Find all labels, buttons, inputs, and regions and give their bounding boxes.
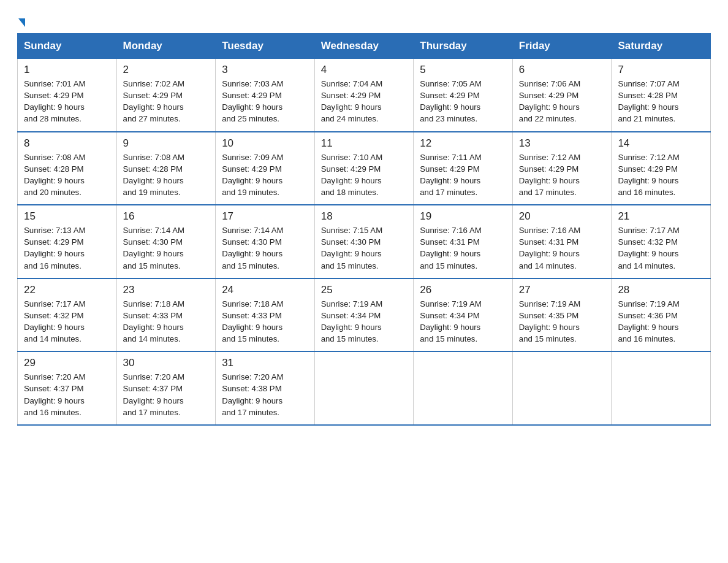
day-number: 15	[24, 210, 110, 223]
day-header-sunday: Sunday	[18, 34, 117, 59]
day-info: Sunrise: 7:01 AMSunset: 4:29 PMDaylight:…	[24, 78, 110, 125]
day-number: 22	[24, 284, 110, 296]
page: SundayMondayTuesdayWednesdayThursdayFrid…	[0, 0, 728, 438]
day-info: Sunrise: 7:19 AMSunset: 4:35 PMDaylight:…	[519, 298, 605, 345]
calendar-cell: 14 Sunrise: 7:12 AMSunset: 4:29 PMDaylig…	[612, 132, 711, 205]
day-header-wednesday: Wednesday	[314, 34, 414, 59]
calendar-cell: 30 Sunrise: 7:20 AMSunset: 4:37 PMDaylig…	[116, 351, 216, 425]
day-number: 17	[222, 210, 308, 223]
day-info: Sunrise: 7:16 AMSunset: 4:31 PMDaylight:…	[519, 224, 605, 272]
calendar-cell: 2 Sunrise: 7:02 AMSunset: 4:29 PMDayligh…	[116, 59, 216, 132]
calendar-cell: 25 Sunrise: 7:19 AMSunset: 4:34 PMDaylig…	[314, 278, 414, 352]
day-number: 1	[24, 64, 110, 76]
day-info: Sunrise: 7:07 AMSunset: 4:28 PMDaylight:…	[618, 78, 704, 125]
day-info: Sunrise: 7:10 AMSunset: 4:29 PMDaylight:…	[321, 151, 408, 199]
day-info: Sunrise: 7:08 AMSunset: 4:28 PMDaylight:…	[123, 151, 210, 199]
day-info: Sunrise: 7:19 AMSunset: 4:34 PMDaylight:…	[420, 298, 506, 345]
calendar-cell: 27 Sunrise: 7:19 AMSunset: 4:35 PMDaylig…	[512, 278, 612, 352]
day-number: 11	[321, 137, 408, 150]
day-number: 19	[420, 210, 506, 223]
day-number: 14	[618, 137, 704, 150]
day-number: 2	[123, 64, 210, 76]
day-info: Sunrise: 7:15 AMSunset: 4:30 PMDaylight:…	[321, 224, 408, 272]
day-info: Sunrise: 7:18 AMSunset: 4:33 PMDaylight:…	[123, 298, 210, 345]
calendar-cell: 21 Sunrise: 7:17 AMSunset: 4:32 PMDaylig…	[612, 205, 711, 278]
calendar-cell: 26 Sunrise: 7:19 AMSunset: 4:34 PMDaylig…	[414, 278, 513, 352]
day-number: 26	[420, 284, 506, 296]
day-header-monday: Monday	[116, 34, 216, 59]
calendar-cell: 17 Sunrise: 7:14 AMSunset: 4:30 PMDaylig…	[216, 205, 315, 278]
day-info: Sunrise: 7:16 AMSunset: 4:31 PMDaylight:…	[420, 224, 506, 272]
day-number: 25	[321, 284, 408, 296]
calendar-week-2: 8 Sunrise: 7:08 AMSunset: 4:28 PMDayligh…	[18, 132, 711, 205]
logo	[17, 15, 25, 27]
day-info: Sunrise: 7:20 AMSunset: 4:37 PMDaylight:…	[123, 371, 210, 418]
calendar-cell: 22 Sunrise: 7:17 AMSunset: 4:32 PMDaylig…	[18, 278, 117, 352]
day-number: 5	[420, 64, 506, 76]
day-number: 24	[222, 284, 308, 296]
calendar-cell: 28 Sunrise: 7:19 AMSunset: 4:36 PMDaylig…	[612, 278, 711, 352]
day-number: 29	[24, 357, 110, 369]
day-info: Sunrise: 7:11 AMSunset: 4:29 PMDaylight:…	[420, 151, 506, 199]
day-info: Sunrise: 7:08 AMSunset: 4:28 PMDaylight:…	[24, 151, 110, 199]
calendar-cell: 19 Sunrise: 7:16 AMSunset: 4:31 PMDaylig…	[414, 205, 513, 278]
day-number: 27	[519, 284, 605, 296]
day-number: 12	[420, 137, 506, 150]
calendar-cell	[314, 351, 414, 425]
day-header-saturday: Saturday	[612, 34, 711, 59]
day-info: Sunrise: 7:17 AMSunset: 4:32 PMDaylight:…	[24, 298, 110, 345]
calendar-week-3: 15 Sunrise: 7:13 AMSunset: 4:29 PMDaylig…	[18, 205, 711, 278]
day-info: Sunrise: 7:13 AMSunset: 4:29 PMDaylight:…	[24, 224, 110, 272]
day-info: Sunrise: 7:20 AMSunset: 4:37 PMDaylight:…	[24, 371, 110, 418]
calendar-cell: 3 Sunrise: 7:03 AMSunset: 4:29 PMDayligh…	[216, 59, 315, 132]
calendar-cell: 29 Sunrise: 7:20 AMSunset: 4:37 PMDaylig…	[18, 351, 117, 425]
day-number: 28	[618, 284, 704, 296]
calendar-cell: 11 Sunrise: 7:10 AMSunset: 4:29 PMDaylig…	[314, 132, 414, 205]
day-number: 7	[618, 64, 704, 76]
day-info: Sunrise: 7:18 AMSunset: 4:33 PMDaylight:…	[222, 298, 308, 345]
calendar-body: 1 Sunrise: 7:01 AMSunset: 4:29 PMDayligh…	[18, 59, 711, 425]
day-number: 6	[519, 64, 605, 76]
day-number: 30	[123, 357, 210, 369]
calendar-week-1: 1 Sunrise: 7:01 AMSunset: 4:29 PMDayligh…	[18, 59, 711, 132]
calendar-week-4: 22 Sunrise: 7:17 AMSunset: 4:32 PMDaylig…	[18, 278, 711, 352]
calendar-cell: 12 Sunrise: 7:11 AMSunset: 4:29 PMDaylig…	[414, 132, 513, 205]
day-number: 9	[123, 137, 210, 150]
calendar-cell: 16 Sunrise: 7:14 AMSunset: 4:30 PMDaylig…	[116, 205, 216, 278]
calendar-cell	[612, 351, 711, 425]
day-header-tuesday: Tuesday	[216, 34, 315, 59]
calendar-cell	[414, 351, 513, 425]
calendar-cell: 20 Sunrise: 7:16 AMSunset: 4:31 PMDaylig…	[512, 205, 612, 278]
calendar-cell: 5 Sunrise: 7:05 AMSunset: 4:29 PMDayligh…	[414, 59, 513, 132]
day-number: 10	[222, 137, 308, 150]
calendar-cell: 15 Sunrise: 7:13 AMSunset: 4:29 PMDaylig…	[18, 205, 117, 278]
calendar-cell: 8 Sunrise: 7:08 AMSunset: 4:28 PMDayligh…	[18, 132, 117, 205]
calendar-table: SundayMondayTuesdayWednesdayThursdayFrid…	[17, 33, 711, 426]
day-number: 23	[123, 284, 210, 296]
calendar-cell: 23 Sunrise: 7:18 AMSunset: 4:33 PMDaylig…	[116, 278, 216, 352]
day-number: 4	[321, 64, 408, 76]
calendar-cell: 31 Sunrise: 7:20 AMSunset: 4:38 PMDaylig…	[216, 351, 315, 425]
day-info: Sunrise: 7:03 AMSunset: 4:29 PMDaylight:…	[222, 78, 308, 125]
day-info: Sunrise: 7:06 AMSunset: 4:29 PMDaylight:…	[519, 78, 605, 125]
calendar-cell: 13 Sunrise: 7:12 AMSunset: 4:29 PMDaylig…	[512, 132, 612, 205]
day-info: Sunrise: 7:12 AMSunset: 4:29 PMDaylight:…	[519, 151, 605, 199]
day-info: Sunrise: 7:02 AMSunset: 4:29 PMDaylight:…	[123, 78, 210, 125]
day-info: Sunrise: 7:19 AMSunset: 4:34 PMDaylight:…	[321, 298, 408, 345]
day-number: 16	[123, 210, 210, 223]
day-header-friday: Friday	[512, 34, 612, 59]
day-number: 21	[618, 210, 704, 223]
calendar-cell: 9 Sunrise: 7:08 AMSunset: 4:28 PMDayligh…	[116, 132, 216, 205]
day-info: Sunrise: 7:14 AMSunset: 4:30 PMDaylight:…	[222, 224, 308, 272]
day-number: 8	[24, 137, 110, 150]
calendar-week-5: 29 Sunrise: 7:20 AMSunset: 4:37 PMDaylig…	[18, 351, 711, 425]
calendar-cell: 24 Sunrise: 7:18 AMSunset: 4:33 PMDaylig…	[216, 278, 315, 352]
day-info: Sunrise: 7:19 AMSunset: 4:36 PMDaylight:…	[618, 298, 704, 345]
header	[17, 15, 711, 27]
day-info: Sunrise: 7:05 AMSunset: 4:29 PMDaylight:…	[420, 78, 506, 125]
day-info: Sunrise: 7:14 AMSunset: 4:30 PMDaylight:…	[123, 224, 210, 272]
day-number: 20	[519, 210, 605, 223]
day-info: Sunrise: 7:20 AMSunset: 4:38 PMDaylight:…	[222, 371, 308, 418]
day-info: Sunrise: 7:09 AMSunset: 4:29 PMDaylight:…	[222, 151, 308, 199]
day-number: 13	[519, 137, 605, 150]
